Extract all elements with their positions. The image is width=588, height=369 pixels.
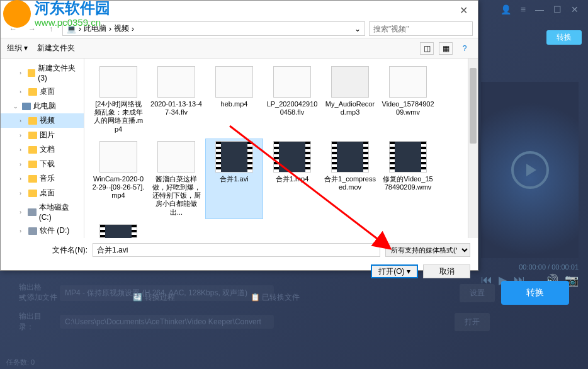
format-select[interactable]: MP4 - 保持原视频设置 (H.264, AAC, 128Kbps, 双声道) (60, 285, 274, 301)
nav-back-icon[interactable]: ← (6, 22, 21, 36)
status-bar: 任务数: 0 (0, 356, 588, 369)
minimize-icon[interactable]: — (535, 4, 544, 14)
sidebar-item[interactable]: ›新建文件夹 (3) (1, 61, 84, 84)
file-item[interactable]: 2020-01-13-13-47-34.flv (147, 64, 205, 136)
newfolder-button[interactable]: 新建文件夹 (37, 43, 75, 54)
file-item[interactable]: heb.mp4 (205, 64, 263, 136)
file-item[interactable]: LP_2020042910 0458.flv (263, 64, 321, 136)
breadcrumb[interactable]: 💻 › 此电脑 › 视频 › ⌄ (62, 21, 365, 36)
file-item[interactable]: Video_1578490209.wmv (379, 64, 437, 136)
file-item[interactable]: 自动修复合并1-1.AVI (89, 222, 147, 238)
sidebar-item[interactable]: ›桌面 (1, 186, 84, 200)
file-list: [24小时]网络视频乱象：未成年人的网络直播.mp42020-01-13-13-… (84, 59, 478, 238)
video-preview (481, 82, 579, 258)
file-item[interactable]: 合并1_compressed.mov (321, 139, 379, 219)
file-item[interactable]: 合并1.avi (205, 139, 263, 219)
sidebar-item[interactable]: ›本地磁盘 (C:) (1, 200, 84, 224)
help-icon[interactable]: ? (458, 42, 472, 55)
format-label: 输出格式： (19, 282, 54, 304)
view-icon[interactable]: ◫ (420, 42, 434, 55)
filename-input[interactable] (93, 243, 380, 257)
open-folder-button[interactable]: 打开 (455, 313, 490, 331)
preview-icon[interactable]: ▦ (439, 42, 453, 55)
filename-label: 文件名(N): (8, 245, 88, 256)
path-label: 输出目录： (19, 311, 54, 332)
file-item[interactable]: 酱溜白菜这样做，好吃到爆，还特别下饭，厨房小白都能做出... (147, 139, 205, 219)
play-icon[interactable] (511, 151, 549, 189)
file-open-dialog: 打开 ✕ ← → ↑ 💻 › 此电脑 › 视频 › ⌄ 组织 ▾ 新建文件夹 ◫… (0, 0, 478, 271)
sidebar-item[interactable]: ›音乐 (1, 171, 84, 186)
search-input[interactable] (369, 21, 473, 36)
sidebar-item[interactable]: ⌄此电脑 (1, 99, 84, 113)
sidebar-item[interactable]: ›下载 (1, 157, 84, 171)
sidebar-tree: ›新建文件夹 (3)›桌面⌄此电脑›视频›图片›文档›下载›音乐›桌面›本地磁盘… (1, 59, 84, 238)
nav-forward-icon[interactable]: → (25, 22, 40, 36)
open-button[interactable]: 打开(O) ▾ (371, 264, 418, 278)
sidebar-item[interactable]: ›桌面 (1, 84, 84, 99)
file-item[interactable]: [24小时]网络视频乱象：未成年人的网络直播.mp4 (89, 64, 147, 136)
organize-menu[interactable]: 组织 ▾ (7, 43, 28, 54)
sidebar-item[interactable]: ›图片 (1, 128, 84, 142)
nav-up-icon[interactable]: ↑ (43, 22, 59, 36)
video-timestamp: 00:00:00 / 00:00:01 (519, 263, 579, 271)
sidebar-item[interactable]: ›文档 (1, 142, 84, 157)
file-item[interactable]: 修复的Video_1578490209.wmv (379, 139, 437, 219)
settings-button[interactable]: 设置 (460, 284, 495, 302)
user-icon[interactable]: 👤 (500, 4, 511, 14)
file-item[interactable]: WinCam-2020-02-29--[09-26-57].mp4 (89, 139, 147, 219)
maximize-icon[interactable]: ☐ (553, 4, 562, 14)
close-icon[interactable]: ✕ (571, 4, 579, 14)
dialog-title: 打开 (6, 5, 21, 16)
top-convert-button[interactable]: 转换 (546, 30, 582, 45)
sidebar-item[interactable]: ›软件 (D:) (1, 224, 84, 238)
scrollbar[interactable] (468, 59, 478, 238)
file-item[interactable]: My_AudioRecord.mp3 (321, 64, 379, 136)
dialog-close-icon[interactable]: ✕ (455, 4, 473, 16)
file-item[interactable]: 合并1.mp4 (263, 139, 321, 219)
sidebar-item[interactable]: ›视频 (1, 113, 84, 128)
convert-button[interactable]: 转换 (501, 281, 569, 305)
cancel-button[interactable]: 取消 (423, 264, 470, 278)
path-value[interactable]: C:\Users\pc\Documents\AceThinker\Video K… (60, 315, 274, 329)
menu-icon[interactable]: ≡ (521, 4, 526, 14)
filetype-select[interactable]: 所有支持的媒体格式(*.3g2;*.3g (385, 243, 470, 257)
